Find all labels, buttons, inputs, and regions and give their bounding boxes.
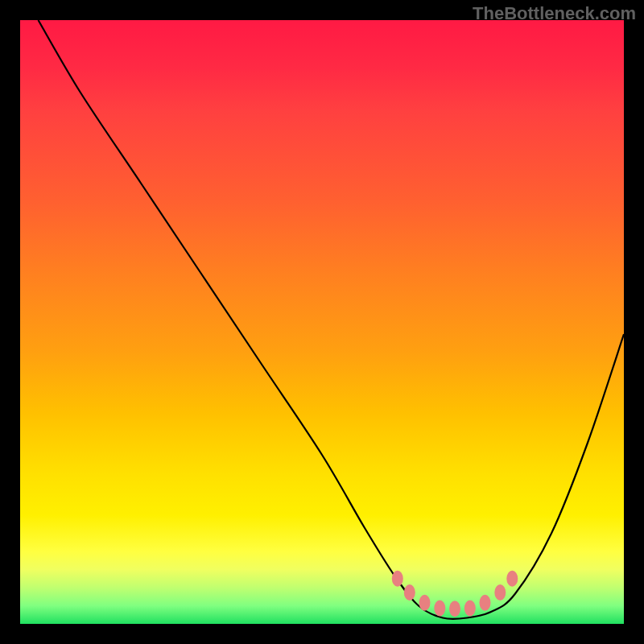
marker-dot [404, 584, 415, 601]
marker-group [392, 571, 518, 617]
marker-dot [449, 601, 460, 617]
marker-dot [419, 595, 431, 611]
marker-dot [464, 601, 476, 617]
watermark-text: TheBottleneck.com [473, 3, 636, 24]
bottleneck-curve [39, 20, 625, 619]
marker-dot [494, 584, 506, 601]
marker-dot [480, 595, 491, 611]
marker-dot [392, 571, 403, 587]
chart-plot-area [20, 20, 624, 624]
marker-dot [434, 601, 445, 617]
marker-dot [506, 571, 518, 587]
chart-svg [20, 20, 624, 624]
